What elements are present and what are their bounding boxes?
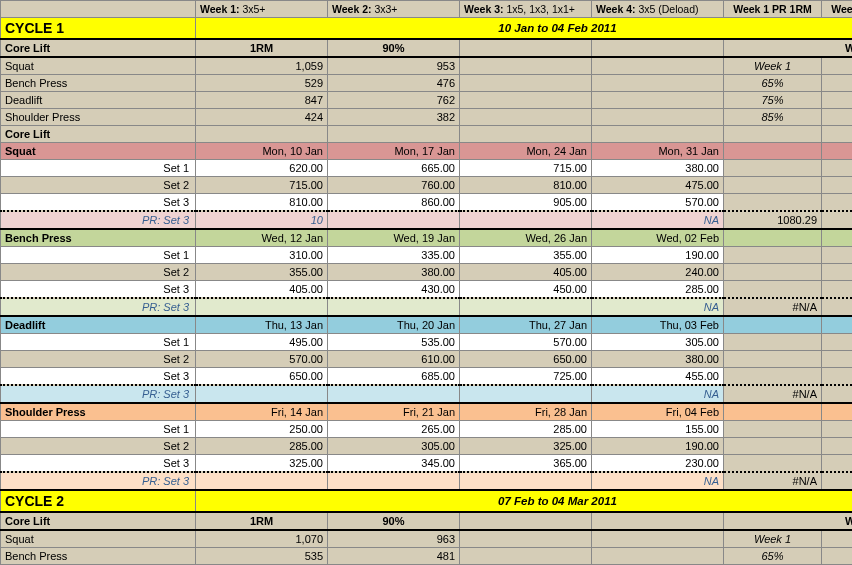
set-value[interactable]: 305.00 [328, 438, 460, 455]
set-value[interactable]: 570.00 [592, 194, 724, 212]
blank [592, 57, 724, 75]
pr-1rm-wk2: #N/A [822, 211, 853, 229]
set-value[interactable]: 380.00 [592, 160, 724, 177]
set-value[interactable]: 190.00 [592, 247, 724, 264]
set-value[interactable]: 610.00 [328, 351, 460, 368]
set-value[interactable]: 285.00 [196, 438, 328, 455]
set-value[interactable]: 345.00 [328, 455, 460, 473]
value-90pct[interactable]: 953 [328, 57, 460, 75]
pr-reps[interactable] [196, 298, 328, 316]
lift-name: Shoulder Press [1, 109, 196, 126]
blank [460, 39, 592, 57]
set-value[interactable]: 190.00 [592, 438, 724, 455]
set-value[interactable]: 250.00 [196, 421, 328, 438]
set-value[interactable]: 285.00 [592, 281, 724, 299]
set-tail2: 0.00% [822, 368, 853, 386]
set-value[interactable]: 475.00 [592, 177, 724, 194]
set-value[interactable]: 405.00 [460, 264, 592, 281]
set-value[interactable]: 760.00 [328, 177, 460, 194]
set-value[interactable]: 240.00 [592, 264, 724, 281]
set-value[interactable]: 450.00 [460, 281, 592, 299]
set-value[interactable]: 665.00 [328, 160, 460, 177]
set-value[interactable]: 305.00 [592, 334, 724, 351]
set-value[interactable]: 405.00 [196, 281, 328, 299]
set-value[interactable]: 650.00 [196, 368, 328, 386]
value-90pct[interactable]: 481 [328, 548, 460, 565]
blank [592, 92, 724, 109]
set-value[interactable]: 430.00 [328, 281, 460, 299]
set-value[interactable]: 495.00 [196, 334, 328, 351]
set-value[interactable]: 230.00 [592, 455, 724, 473]
set-value[interactable]: 725.00 [460, 368, 592, 386]
set-value[interactable]: 810.00 [196, 194, 328, 212]
value-90pct[interactable]: 762 [328, 92, 460, 109]
set-value[interactable]: 355.00 [460, 247, 592, 264]
set-value[interactable]: 535.00 [328, 334, 460, 351]
set-label: Set 3 [1, 194, 196, 212]
set-value[interactable]: 715.00 [460, 160, 592, 177]
set-value[interactable]: 325.00 [460, 438, 592, 455]
set-value[interactable]: 905.00 [460, 194, 592, 212]
lift-section-name: Deadlift [1, 316, 196, 334]
pr-1rm-wk1: #N/A [724, 472, 822, 490]
wendler-week2: 70% [822, 548, 853, 565]
set-value[interactable]: 365.00 [460, 455, 592, 473]
value-90pct[interactable]: 476 [328, 75, 460, 92]
set-value[interactable]: 380.00 [592, 351, 724, 368]
lift-date: Fri, 21 Jan [328, 403, 460, 421]
blank [460, 57, 592, 75]
set-value[interactable]: 455.00 [592, 368, 724, 386]
pr-label: PR: Set 3 [1, 298, 196, 316]
set-tail2 [822, 438, 853, 455]
set-value[interactable]: 155.00 [592, 421, 724, 438]
week-header-1: Week 1: 3x5+ [196, 1, 328, 18]
pr-reps[interactable]: 10 [196, 211, 328, 229]
set-tail1 [724, 177, 822, 194]
lift-date: Mon, 31 Jan [592, 143, 724, 160]
header-blank [1, 1, 196, 18]
value-90pct[interactable]: 382 [328, 109, 460, 126]
set-value[interactable]: 355.00 [196, 264, 328, 281]
set-value[interactable]: 715.00 [196, 177, 328, 194]
set-value[interactable]: 860.00 [328, 194, 460, 212]
value-1rm[interactable]: 1,059 [196, 57, 328, 75]
value-1rm[interactable]: 847 [196, 92, 328, 109]
pr-na: NA [592, 298, 724, 316]
value-1rm[interactable]: 535 [196, 548, 328, 565]
set-value[interactable]: 285.00 [460, 421, 592, 438]
set-tail2: 0.00% [822, 455, 853, 473]
value-1rm[interactable]: 424 [196, 109, 328, 126]
value-1rm[interactable]: 529 [196, 75, 328, 92]
wendler-week1: 65% [724, 75, 822, 92]
set-value[interactable]: 335.00 [328, 247, 460, 264]
set-value[interactable]: 650.00 [460, 351, 592, 368]
set-value[interactable]: 810.00 [460, 177, 592, 194]
pr-1rm-wk2: #N/A [822, 385, 853, 403]
pr-reps[interactable] [196, 385, 328, 403]
cycle-title: CYCLE 1 [1, 18, 196, 40]
set-value[interactable]: 620.00 [196, 160, 328, 177]
set-value[interactable]: 570.00 [460, 334, 592, 351]
week-header-3: Week 3: 1x5, 1x3, 1x1+ [460, 1, 592, 18]
value-90pct[interactable]: 963 [328, 530, 460, 548]
value-1rm[interactable]: 1,070 [196, 530, 328, 548]
blank [592, 548, 724, 565]
blank [460, 109, 592, 126]
set-value[interactable]: 380.00 [328, 264, 460, 281]
lift-date: Mon, 10 Jan [196, 143, 328, 160]
set-value[interactable]: 265.00 [328, 421, 460, 438]
pr-1rm-wk1: #N/A [724, 298, 822, 316]
lift-date: Thu, 03 Feb [592, 316, 724, 334]
set-value[interactable]: 570.00 [196, 351, 328, 368]
set-value[interactable]: 325.00 [196, 455, 328, 473]
set-label: Set 2 [1, 438, 196, 455]
pr-reps[interactable] [196, 472, 328, 490]
set-tail2 [822, 177, 853, 194]
core-lift-label: Core Lift [1, 39, 196, 57]
set-value[interactable]: 310.00 [196, 247, 328, 264]
set-tail1 [724, 264, 822, 281]
set-tail1 [724, 194, 822, 212]
set-tail1 [724, 281, 822, 299]
cycle-dates: 10 Jan to 04 Feb 2011 [196, 18, 853, 40]
set-value[interactable]: 685.00 [328, 368, 460, 386]
